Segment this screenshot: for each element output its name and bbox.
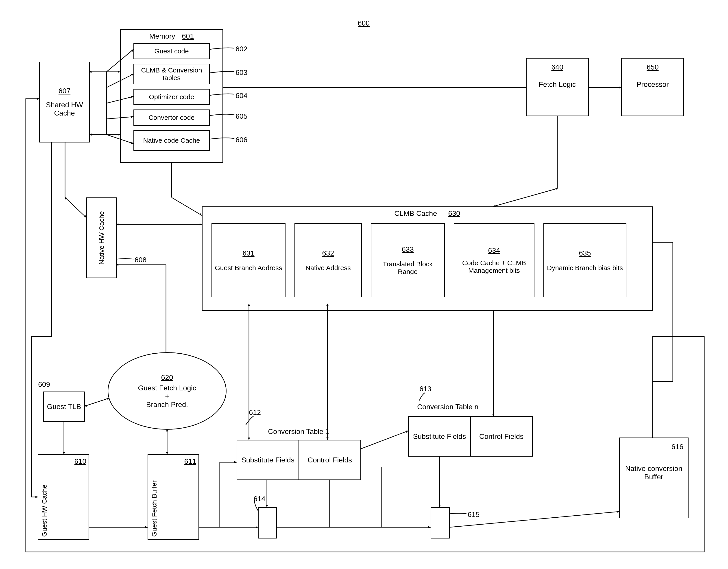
memory-label: Memory [149,32,175,40]
svg-line-11 [65,197,86,218]
clmb-cache-ref: 630 [448,209,460,218]
memory-item-clmb-tables: CLMB & Conversion tables [133,64,210,84]
clmb-cache-block: CLMB Cache 630 631 Guest Branch Address … [202,206,653,311]
ref-615: 615 [468,510,480,519]
memory-item-optimizer: Optimizer code [133,89,210,105]
conv-table-1-label: Conversion Table 1 [268,428,329,436]
guest-tlb-label: Guest TLB [47,403,81,411]
native-hw-cache-label: Native HW Cache [98,211,105,264]
ref-609: 609 [38,380,50,389]
native-conv-buffer-ref: 616 [671,443,683,451]
guest-fetch-buffer-block: Guest Fetch Buffer 611 [148,454,199,540]
conv-table-n-label: Conversion Table n [417,403,478,411]
ref-604: 604 [235,91,247,100]
mux-614-block [258,507,277,539]
clmb-item-633: 633 Translated Block Range [371,223,445,297]
native-hw-cache-block: Native HW Cache [86,197,117,278]
conv-table-n-block: Substitute Fields Control Fields [408,416,533,457]
fetch-logic-ref: 640 [551,63,563,71]
svg-line-27 [361,431,408,449]
clmb-item-632: 632 Native Address [294,223,362,297]
guest-fetch-ref: 620 [161,373,173,382]
ref-608: 608 [135,256,146,264]
fetch-logic-label: Fetch Logic [539,80,576,89]
guest-fetch-label3: Branch Pred. [146,401,188,409]
guest-hw-cache-ref: 610 [74,457,86,466]
native-conv-buffer-block: 616 Native conversion Buffer [619,438,689,518]
clmb-item-634: 634 Code Cache + CLMB Management bits [454,223,534,297]
diagram-ref: 600 [358,19,370,27]
guest-hw-cache-block: Guest HW Cache 610 [38,454,89,540]
memory-item-convertor: Convertor code [133,109,210,126]
fetch-logic-block: 640 Fetch Logic [526,58,589,116]
ref-603: 603 [235,68,247,77]
clmb-item-631: 631 Guest Branch Address [211,223,286,297]
memory-item-native-cache: Native code Cache [133,130,210,151]
mux-615-block [431,507,450,539]
svg-line-20 [85,398,109,406]
native-conv-buffer-label: Native conversion Buffer [620,465,688,481]
memory-ref: 601 [182,32,194,40]
processor-ref: 650 [647,63,658,71]
guest-tlb-block: Guest TLB [43,392,85,422]
memory-block: Memory 601 Guest code CLMB & Conversion … [120,29,223,163]
clmb-item-635: 635 Dynamic Branch bias bits [543,223,626,297]
conv-table-1-block: Substitute Fields Control Fields [237,440,361,480]
ref-612: 612 [249,408,261,417]
shared-hw-cache-block: 607 Shared HW Cache [39,62,90,142]
shared-hw-cache-ref: 607 [59,87,70,95]
svg-line-15 [172,197,202,215]
clmb-cache-label: CLMB Cache [394,209,437,218]
guest-fetch-ellipse: 620 Guest Fetch Logic + Branch Pred. [108,352,227,430]
svg-line-17 [493,188,557,206]
ref-614: 614 [253,495,265,503]
ref-606: 606 [235,136,247,144]
processor-block: 650 Processor [621,58,684,116]
ref-605: 605 [235,112,247,120]
processor-label: Processor [636,80,669,89]
guest-fetch-label1: Guest Fetch Logic [138,384,196,392]
shared-hw-cache-label: Shared HW Cache [40,101,89,117]
guest-fetch-buffer-label: Guest Fetch Buffer [150,480,158,537]
guest-fetch-buffer-ref: 611 [184,457,196,466]
guest-hw-cache-label: Guest HW Cache [41,484,48,537]
ref-602: 602 [235,45,247,53]
ref-613: 613 [419,385,431,393]
memory-item-guest-code: Guest code [133,43,210,59]
guest-fetch-label2: + [165,392,169,401]
